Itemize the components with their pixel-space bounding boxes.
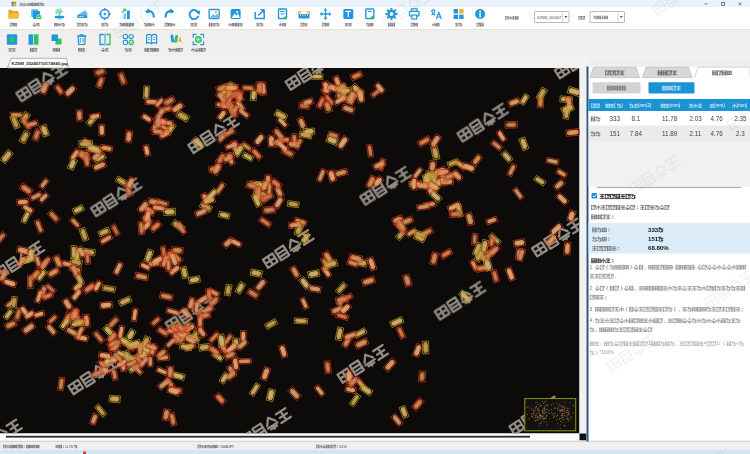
svg-text:333: 333	[609, 115, 620, 122]
svg-text:151: 151	[648, 235, 659, 242]
svg-text:(mm2): (mm2)	[638, 103, 652, 108]
svg-text:+: +	[736, 341, 739, 346]
svg-text:4.: 4.	[590, 318, 594, 323]
svg-text:2.: 2.	[590, 286, 594, 291]
svg-text:151: 151	[609, 130, 620, 137]
svg-text:11.89: 11.89	[662, 130, 678, 137]
svg-text:333: 333	[648, 226, 659, 233]
svg-text:1/: 1/	[716, 341, 721, 346]
svg-text:*100%: *100%	[599, 350, 614, 355]
svg-text:KZSM_202407: KZSM_202407	[537, 16, 561, 20]
svg-text:3.: 3.	[590, 307, 594, 312]
svg-text:11.78: 11.78	[662, 115, 678, 122]
svg-text:2.11: 2.11	[690, 130, 702, 137]
svg-text:1.: 1.	[590, 265, 594, 270]
svg-text:2.3: 2.3	[736, 130, 745, 137]
svg-text:300DPI: 300DPI	[221, 444, 234, 449]
svg-text:0.70: 0.70	[65, 444, 73, 449]
svg-text:4.76: 4.76	[710, 115, 723, 122]
svg-text:(mm): (mm)	[714, 103, 725, 108]
svg-text:7.84: 7.84	[630, 130, 643, 137]
svg-text:4.76: 4.76	[710, 130, 723, 137]
svg-text:=: =	[704, 341, 707, 346]
svg-text:8.1: 8.1	[631, 115, 640, 122]
svg-text:(mm): (mm)	[670, 103, 681, 108]
svg-text:68.80%: 68.80%	[648, 244, 669, 251]
svg-text:KZSM_20240710174940.jpg: KZSM_20240710174940.jpg	[12, 61, 69, 66]
svg-text:51%: 51%	[339, 444, 347, 449]
svg-text:2.03: 2.03	[690, 115, 703, 122]
